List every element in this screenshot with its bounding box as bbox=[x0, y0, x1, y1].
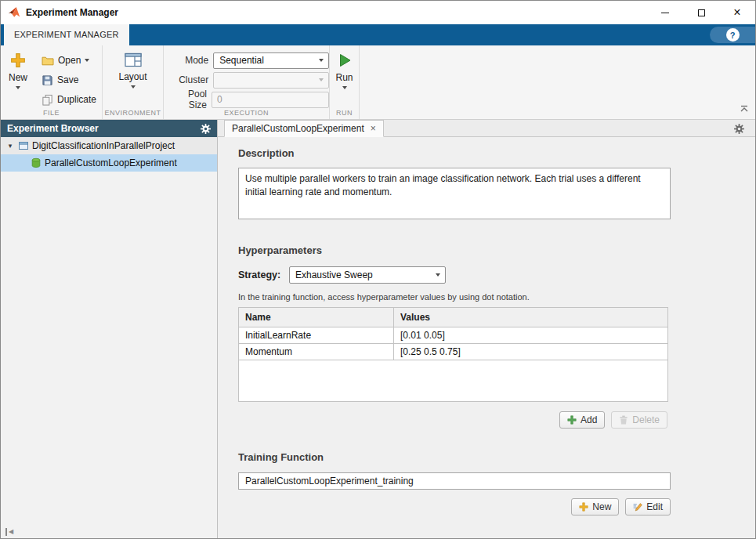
section-label-run: RUN bbox=[330, 109, 359, 117]
tree-item-label: ParallelCustomLoopExperiment bbox=[45, 157, 177, 168]
document-settings-button[interactable] bbox=[734, 123, 744, 137]
gear-icon bbox=[734, 124, 744, 134]
table-row[interactable]: Momentum [0.25 0.5 0.75] bbox=[239, 344, 668, 360]
chevron-down-icon bbox=[319, 78, 324, 81]
strategy-select[interactable]: Exhaustive Sweep bbox=[289, 266, 446, 284]
maximize-icon bbox=[698, 9, 705, 16]
experiment-browser-header: Experiment Browser bbox=[1, 120, 217, 137]
training-function-input[interactable] bbox=[238, 472, 671, 490]
close-icon: × bbox=[733, 6, 740, 19]
mode-row: Mode Sequential bbox=[170, 51, 329, 70]
matlab-logo-icon bbox=[8, 6, 20, 19]
edit-function-button[interactable]: Edit bbox=[625, 498, 671, 515]
experiment-manager-window: Experiment Manager × EXPERIMENT MANAGER … bbox=[0, 0, 756, 539]
new-function-button-label: New bbox=[592, 501, 611, 512]
table-empty-area bbox=[239, 360, 668, 402]
experiment-browser-title: Experiment Browser bbox=[7, 123, 201, 134]
tree-item-experiment[interactable]: ParallelCustomLoopExperiment bbox=[1, 154, 217, 172]
tree-item-label: DigitClassificationInParallelProject bbox=[32, 140, 175, 151]
cluster-select[interactable] bbox=[213, 72, 329, 89]
close-button[interactable]: × bbox=[719, 1, 755, 24]
new-function-button[interactable]: New bbox=[571, 498, 619, 515]
tree-item-project[interactable]: ▾ DigitClassificationInParallelProject bbox=[1, 137, 217, 154]
table-buttons: Add Delete bbox=[238, 411, 667, 429]
save-button-label: Save bbox=[57, 74, 78, 85]
tree-empty-area bbox=[1, 172, 217, 539]
document-content: Description Use multiple parallel worker… bbox=[218, 137, 755, 515]
ribbon-section-file: New Open Save bbox=[1, 45, 103, 119]
pool-size-label: Pool Size bbox=[170, 89, 207, 110]
minimize-icon bbox=[661, 13, 669, 13]
help-icon: ? bbox=[726, 28, 740, 42]
table-row[interactable]: InitialLearnRate [0.01 0.05] bbox=[239, 327, 668, 344]
duplicate-pages-icon bbox=[42, 94, 53, 106]
tree-expander-icon[interactable]: ▾ bbox=[5, 142, 15, 150]
add-plus-icon bbox=[567, 415, 577, 425]
new-button-label: New bbox=[9, 72, 27, 83]
column-header-name[interactable]: Name bbox=[239, 308, 394, 327]
new-plus-icon bbox=[579, 502, 588, 512]
minimize-button[interactable] bbox=[647, 1, 683, 24]
add-button[interactable]: Add bbox=[559, 411, 605, 429]
ribbon: New Open Save bbox=[1, 45, 755, 120]
description-input[interactable]: Use multiple parallel workers to train a… bbox=[238, 168, 671, 219]
chevron-down-icon bbox=[436, 273, 440, 277]
chevron-up-icon bbox=[740, 105, 749, 112]
document-tab[interactable]: ParallelCustomLoopExperiment × bbox=[224, 120, 384, 137]
help-button[interactable]: ? bbox=[710, 27, 755, 43]
open-button[interactable]: Open bbox=[37, 51, 101, 70]
titlebar: Experiment Manager × bbox=[1, 1, 755, 24]
cell-name[interactable]: Momentum bbox=[239, 344, 394, 360]
run-play-icon bbox=[337, 52, 353, 68]
document-tab-label: ParallelCustomLoopExperiment bbox=[232, 123, 364, 134]
run-button-label: Run bbox=[335, 72, 353, 83]
section-label-environment: ENVIRONMENT bbox=[103, 109, 163, 117]
gear-icon[interactable] bbox=[201, 124, 211, 134]
mode-label: Mode bbox=[170, 55, 208, 66]
ribbon-section-environment: Layout ENVIRONMENT bbox=[103, 45, 164, 119]
hyperparameters-heading: Hyperparameters bbox=[238, 244, 755, 256]
layout-grid-icon bbox=[125, 52, 142, 67]
column-header-values[interactable]: Values bbox=[394, 308, 668, 327]
delete-button[interactable]: Delete bbox=[611, 411, 667, 429]
open-button-label: Open bbox=[58, 55, 81, 66]
main-area: Experiment Browser ▾ bbox=[1, 120, 755, 539]
window-controls: × bbox=[647, 1, 755, 24]
duplicate-button[interactable]: Duplicate bbox=[37, 90, 101, 109]
collapse-ribbon-button[interactable] bbox=[740, 101, 749, 115]
ribbon-section-run: Run RUN bbox=[330, 45, 360, 119]
collapse-panel-button[interactable]: ◀ bbox=[5, 528, 13, 536]
chevron-down-icon bbox=[85, 59, 89, 62]
new-plus-icon bbox=[10, 52, 26, 68]
chevron-down-icon bbox=[131, 85, 136, 89]
document-tabbar: ParallelCustomLoopExperiment × bbox=[218, 120, 755, 137]
cell-values[interactable]: [0.25 0.5 0.75] bbox=[394, 344, 668, 360]
edit-pencil-icon bbox=[633, 502, 642, 512]
description-heading: Description bbox=[238, 147, 755, 159]
save-button[interactable]: Save bbox=[37, 71, 101, 89]
hyperparameters-table: Name Values InitialLearnRate [0.01 0.05]… bbox=[238, 307, 668, 402]
cluster-row: Cluster bbox=[170, 71, 329, 89]
chevron-down-icon bbox=[342, 86, 347, 89]
hyperparameters-hint: In the training function, access hyperpa… bbox=[238, 292, 755, 302]
cell-values[interactable]: [0.01 0.05] bbox=[394, 327, 668, 344]
project-icon bbox=[18, 140, 29, 151]
document-area: ParallelCustomLoopExperiment × bbox=[218, 120, 755, 539]
experiment-browser-panel: Experiment Browser ▾ bbox=[1, 120, 218, 539]
duplicate-button-label: Duplicate bbox=[57, 94, 96, 105]
delete-button-label: Delete bbox=[632, 414, 660, 425]
chevron-down-icon bbox=[16, 86, 20, 89]
mode-select[interactable]: Sequential bbox=[213, 52, 329, 69]
chevron-down-icon bbox=[319, 59, 324, 62]
cell-name[interactable]: InitialLearnRate bbox=[239, 327, 394, 344]
tab-experiment-manager[interactable]: EXPERIMENT MANAGER bbox=[4, 24, 129, 45]
strategy-label: Strategy: bbox=[238, 270, 289, 280]
training-function-heading: Training Function bbox=[238, 451, 755, 463]
section-label-execution: EXECUTION bbox=[164, 109, 329, 117]
table-header-row: Name Values bbox=[239, 308, 668, 327]
maximize-button[interactable] bbox=[683, 1, 719, 24]
pool-size-input[interactable] bbox=[212, 92, 329, 108]
close-tab-icon[interactable]: × bbox=[371, 124, 376, 133]
training-function-buttons: New Edit bbox=[238, 498, 671, 515]
ribbon-filler bbox=[360, 45, 755, 119]
